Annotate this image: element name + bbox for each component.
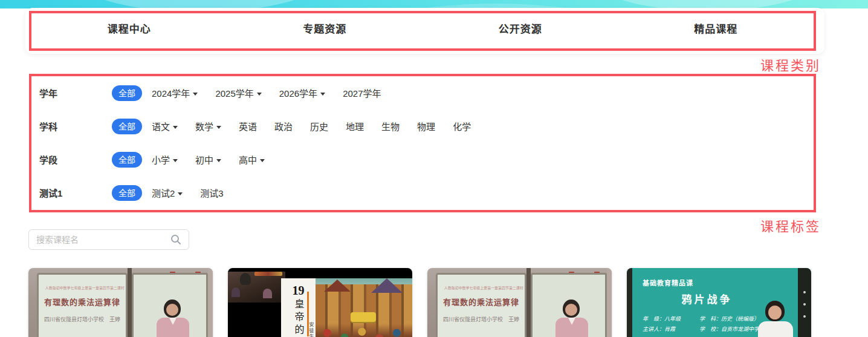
info-subject: 学 科：历史（统编版） — [699, 314, 765, 324]
inset-video-detail — [263, 289, 272, 298]
dropdown-arrow-icon — [173, 159, 178, 162]
tab-topic-resources[interactable]: 专题资源 — [227, 21, 423, 36]
board-frame — [526, 268, 531, 337]
filter-label-subject: 学科 — [39, 120, 112, 133]
filter-label-stage: 学段 — [39, 153, 112, 166]
book-title-panel: 19 皇帝的新装 安徒生 — [281, 278, 316, 337]
filter-label-school-year: 学年 — [39, 87, 112, 99]
filter-all-pill-stage[interactable]: 全部 — [112, 152, 142, 168]
banner-curve-decoration — [73, 0, 326, 8]
dropdown-arrow-icon — [193, 93, 198, 96]
author-name: 安徒生 — [308, 322, 314, 337]
tab-premium-courses[interactable]: 精品课程 — [618, 21, 814, 36]
filter-option-senior[interactable]: 高中 — [239, 153, 265, 166]
filter-option-history[interactable]: 历史 — [310, 120, 328, 133]
storybook-illustration — [316, 278, 412, 337]
inset-video-detail — [240, 273, 251, 285]
course-card-title: 皇帝的新装 — [291, 299, 306, 337]
teacher-figure — [555, 299, 588, 337]
filter-option-chinese[interactable]: 语文 — [152, 120, 178, 133]
filter-option-2025[interactable]: 2025学年 — [215, 87, 261, 99]
teacher-face — [565, 304, 577, 316]
filter-row-subject: 学科 全部 语文 数学 英语 政治 历史 地理 生物 物理 化学 — [39, 110, 814, 143]
filter-option-2027[interactable]: 2027学年 — [343, 87, 381, 99]
tab-course-center[interactable]: 课程中心 — [31, 21, 227, 36]
annotation-course-tags: 课程标签 — [760, 215, 821, 235]
filter-row-stage: 学段 全部 小学 初中 高中 — [39, 143, 814, 176]
teacher-face — [768, 306, 782, 319]
course-info-subject-school: 学 科：历史（统编版） 学 校：自贡市龙湖中学校 — [699, 314, 765, 335]
illustration-roof — [371, 278, 403, 293]
dropdown-arrow-icon — [320, 93, 325, 96]
filter-option-junior[interactable]: 初中 — [195, 153, 221, 166]
frame-button-icon — [803, 315, 806, 318]
course-card-emperors-new-clothes[interactable]: 19 皇帝的新装 安徒生 — [228, 268, 412, 337]
filter-row-school-year: 学年 全部 2024学年 2025学年 2026学年 2027学年 — [39, 76, 814, 110]
filter-option-math[interactable]: 数学 — [195, 120, 221, 133]
filter-option-geography[interactable]: 地理 — [346, 120, 364, 133]
inset-video-detail — [232, 287, 240, 297]
filter-option-test2[interactable]: 测试2 — [152, 186, 183, 199]
teacher-figure — [757, 301, 794, 337]
search-icon[interactable] — [170, 234, 181, 245]
search-box — [28, 229, 189, 250]
illustration-crowd — [316, 324, 412, 337]
teacher-figure — [157, 299, 189, 337]
filter-option-english[interactable]: 英语 — [239, 120, 257, 133]
whiteboard: 人教版初中数学七年级上册第一章第四节第二课时 有理数的乘法运算律 四川省仪陇县灯… — [37, 273, 128, 337]
tab-public-resources[interactable]: 公开资源 — [423, 21, 618, 36]
wall-edge — [607, 268, 612, 337]
filter-option-chemistry[interactable]: 化学 — [453, 120, 471, 133]
filter-option-test3[interactable]: 测试3 — [200, 186, 223, 199]
illustration-canopy — [351, 312, 376, 322]
dropdown-arrow-icon — [257, 93, 262, 96]
filter-all-pill-subject[interactable]: 全部 — [112, 119, 142, 134]
screen-frame — [798, 268, 811, 337]
filter-option-2024[interactable]: 2024学年 — [152, 87, 198, 99]
inset-video-detail — [254, 272, 282, 276]
course-card-subtitle: 人教版初中数学七年级上册第一章第四节第二课时 — [45, 285, 119, 290]
info-grade: 年 级：八年级 — [643, 314, 681, 324]
teacher-face — [166, 304, 178, 316]
filter-annotation-box: 学年 全部 2024学年 2025学年 2026学年 2027学年 学科 全部 … — [29, 74, 816, 212]
filter-option-biology[interactable]: 生物 — [381, 120, 400, 133]
header-banner — [0, 0, 868, 8]
filter-option-primary[interactable]: 小学 — [152, 153, 178, 166]
teacher-body — [758, 321, 793, 337]
course-info-grade-teacher: 年 级：八年级 主讲人：肖霞 — [643, 314, 681, 335]
filter-label-test1: 测试1 — [39, 186, 112, 199]
dropdown-arrow-icon — [260, 159, 265, 162]
annotation-course-category: 课程类别 — [760, 54, 821, 74]
filter-all-pill-school-year[interactable]: 全部 — [112, 85, 142, 101]
course-card-badge: 基础教育精品课 — [643, 278, 693, 287]
wall-edge — [208, 268, 213, 337]
course-card-rational-multiplication-1[interactable]: 人教版初中数学七年级上册第一章第四节第二课时 有理数的乘法运算律 四川省仪陇县灯… — [28, 268, 213, 337]
filter-row-test1: 测试1 全部 测试2 测试3 — [39, 176, 814, 209]
course-card-opium-war[interactable]: 基础教育精品课 鸦片战争 年 级：八年级 主讲人：肖霞 学 科：历史（统编版） … — [627, 268, 811, 337]
board-frame — [128, 268, 132, 337]
search-input[interactable] — [36, 235, 170, 244]
filter-all-pill-test1[interactable]: 全部 — [112, 185, 142, 201]
course-card-list: 人教版初中数学七年级上册第一章第四节第二课时 有理数的乘法运算律 四川省仪陇县灯… — [28, 268, 811, 337]
whiteboard: 人教版初中数学七年级上册第一章第四节第二课时 有理数的乘法运算律 四川省仪陇县灯… — [436, 273, 526, 337]
filter-option-physics[interactable]: 物理 — [417, 120, 435, 133]
info-school: 学 校：自贡市龙湖中学校 — [699, 324, 765, 335]
course-card-school: 四川省仪陇县灯塔小学校 王婷 — [39, 315, 126, 323]
dropdown-arrow-icon — [178, 192, 183, 195]
course-card-title: 有理数的乘法运算律 — [39, 296, 126, 307]
filter-option-2026[interactable]: 2026学年 — [279, 87, 325, 99]
frame-button-icon — [803, 303, 806, 306]
banner-curve-decoration — [592, 0, 822, 8]
nav-annotation-box: 课程中心 专题资源 公开资源 精品课程 — [29, 11, 816, 51]
filter-option-politics[interactable]: 政治 — [274, 120, 293, 133]
course-card-school: 四川省仪陇县灯塔小学校 王婷 — [438, 315, 525, 323]
dropdown-arrow-icon — [216, 159, 221, 162]
dropdown-arrow-icon — [173, 126, 178, 129]
dropdown-arrow-icon — [216, 126, 221, 129]
frame-button-icon — [803, 291, 806, 293]
course-card-rational-multiplication-2[interactable]: 人教版初中数学七年级上册第一章第四节第二课时 有理数的乘法运算律 四川省仪陇县灯… — [427, 268, 612, 337]
info-teacher: 主讲人：肖霞 — [643, 324, 681, 335]
lesson-number: 19 — [281, 284, 316, 298]
inset-video-thumbnail — [228, 272, 285, 303]
course-card-subtitle: 人教版初中数学七年级上册第一章第四节第二课时 — [444, 285, 518, 290]
